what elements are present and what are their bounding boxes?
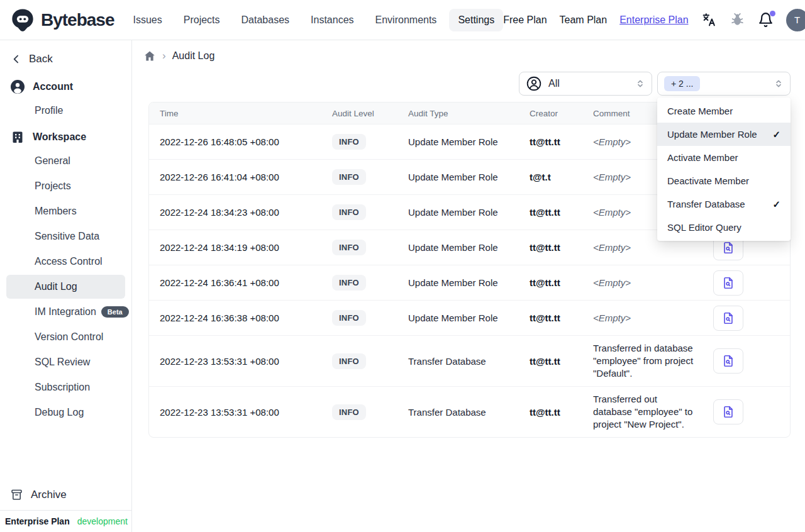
page-title: Audit Log — [172, 50, 215, 62]
user-circle-icon — [526, 75, 542, 92]
column-header-audit-type: Audit Type — [408, 109, 530, 118]
back-button[interactable]: Back — [0, 45, 131, 73]
archive-button[interactable]: Archive — [0, 480, 131, 510]
nav-link-issues[interactable]: Issues — [125, 9, 171, 31]
audit-level-badge: INFO — [332, 169, 366, 185]
audit-type: Update Member Role — [408, 172, 530, 182]
sidebar-item-label: Projects — [35, 180, 71, 192]
chevron-up-down-icon — [635, 79, 645, 89]
menu-item-label: SQL Editor Query — [667, 222, 741, 233]
column-header-audit-level: Audit Level — [332, 109, 408, 118]
menu-item-label: Deactivate Member — [667, 175, 749, 186]
view-detail-button[interactable] — [713, 306, 743, 331]
user-circle-icon — [10, 79, 25, 94]
top-navbar: Bytebase Issues Projects Databases Insta… — [0, 0, 805, 40]
user-avatar[interactable]: T — [786, 9, 805, 31]
table-row: 2022-12-24 16:36:41 +08:00 INFO Update M… — [149, 265, 790, 300]
menu-item-create-member[interactable]: Create Member✓ — [657, 99, 791, 123]
nav-link-databases[interactable]: Databases — [233, 9, 299, 31]
section-account: Account — [0, 73, 131, 98]
menu-item-deactivate-member[interactable]: Deactivate Member✓ — [657, 169, 791, 192]
sidebar-item-label: Version Control — [35, 331, 103, 343]
home-icon[interactable] — [143, 50, 156, 62]
menu-item-label: Activate Member — [667, 152, 738, 163]
nav-link-environments[interactable]: Environments — [367, 9, 446, 31]
sidebar-item-debug-log[interactable]: Debug Log — [6, 401, 125, 424]
sidebar-item-label: Profile — [35, 105, 63, 116]
sidebar-item-version-control[interactable]: Version Control — [6, 325, 125, 349]
current-plan-label: Enterprise Plan — [5, 516, 70, 526]
file-search-icon — [721, 311, 735, 325]
audit-type: Update Member Role — [408, 136, 530, 147]
chevron-left-icon — [10, 53, 23, 65]
file-search-icon — [721, 276, 735, 290]
audit-creator: tt@tt.tt — [530, 277, 593, 288]
navbar-right: Free Plan Team Plan Enterprise Plan — [503, 9, 805, 31]
notifications-bell-icon[interactable] — [758, 12, 774, 28]
menu-item-activate-member[interactable]: Activate Member✓ — [657, 146, 791, 169]
file-search-icon — [721, 354, 735, 368]
menu-item-update-member-role[interactable]: Update Member Role✓ — [657, 123, 791, 146]
sidebar-item-label: Access Control — [35, 256, 103, 267]
nav-link-instances[interactable]: Instances — [302, 9, 362, 31]
view-detail-button[interactable] — [713, 270, 743, 296]
audit-type: Transfer Database — [408, 356, 530, 367]
sidebar-item-access-control[interactable]: Access Control — [6, 250, 125, 274]
table-row: 2022-12-23 13:53:31 +08:00 INFO Transfer… — [149, 335, 790, 386]
menu-item-sql-editor-query[interactable]: SQL Editor Query✓ — [657, 216, 791, 239]
section-workspace: Workspace — [0, 123, 131, 148]
environment-mode-label: development — [77, 516, 128, 526]
view-detail-button[interactable] — [713, 399, 743, 424]
menu-item-label: Create Member — [667, 106, 733, 116]
breadcrumb: › Audit Log — [133, 40, 805, 64]
audit-type-filter-select[interactable]: + 2 ... — [657, 72, 791, 96]
sidebar-item-projects[interactable]: Projects — [6, 174, 125, 198]
menu-item-label: Update Member Role — [667, 129, 757, 140]
sidebar-item-general[interactable]: General — [6, 149, 125, 173]
enterprise-plan-link[interactable]: Enterprise Plan — [619, 14, 688, 26]
bytebase-logo[interactable]: Bytebase — [10, 8, 114, 33]
type-filter-wrap: + 2 ... Create Member✓ Update Member Rol… — [657, 72, 791, 96]
view-detail-button[interactable] — [713, 348, 743, 374]
main-content: › Audit Log All + 2 ... — [133, 40, 805, 532]
check-icon: ✓ — [772, 129, 780, 140]
audit-level-badge: INFO — [332, 240, 366, 255]
plan-footer: Enterprise Plan development — [0, 510, 132, 532]
filter-bar: All + 2 ... Create Member✓ — [148, 72, 791, 96]
sidebar-item-label: Subscription — [35, 382, 90, 393]
sidebar-item-sensitive-data[interactable]: Sensitive Data — [6, 224, 125, 248]
file-search-icon — [721, 405, 735, 419]
creator-filter-select[interactable]: All — [519, 72, 652, 96]
sidebar-item-label: Debug Log — [35, 407, 84, 418]
audit-time: 2022-12-24 16:36:41 +08:00 — [149, 277, 332, 288]
audit-type: Update Member Role — [408, 207, 530, 218]
nav-link-settings[interactable]: Settings — [449, 9, 503, 31]
audit-creator: tt@tt.tt — [530, 356, 593, 367]
audit-type: Update Member Role — [408, 313, 530, 323]
sidebar-item-label: SQL Review — [35, 357, 90, 368]
audit-time: 2022-12-23 13:53:31 +08:00 — [149, 407, 332, 418]
sidebar-item-label: General — [35, 155, 70, 167]
bug-report-icon[interactable] — [730, 12, 745, 28]
sidebar-item-subscription[interactable]: Subscription — [6, 375, 125, 399]
back-label: Back — [29, 53, 53, 65]
free-plan-link[interactable]: Free Plan — [503, 14, 547, 26]
sidebar-item-profile[interactable]: Profile — [6, 99, 125, 123]
sidebar-item-audit-log[interactable]: Audit Log — [6, 275, 125, 299]
sidebar-item-sql-review[interactable]: SQL Review — [6, 350, 125, 374]
archive-label: Archive — [31, 489, 67, 501]
main-nav: Issues Projects Databases Instances Envi… — [125, 9, 504, 31]
audit-type-dropdown-menu: Create Member✓ Update Member Role✓ Activ… — [657, 97, 791, 241]
audit-level-badge: INFO — [332, 275, 366, 291]
menu-item-transfer-database[interactable]: Transfer Database✓ — [657, 192, 791, 216]
audit-time: 2022-12-24 18:34:19 +08:00 — [149, 242, 332, 253]
sidebar-item-im-integration[interactable]: IM Integration Beta — [6, 300, 125, 324]
translate-icon[interactable] — [701, 12, 717, 28]
nav-link-projects[interactable]: Projects — [175, 9, 229, 31]
sidebar-item-members[interactable]: Members — [6, 199, 125, 223]
audit-comment: <Empty> — [593, 306, 707, 331]
type-filter-value: + 2 ... — [664, 76, 700, 91]
sidebar-item-label: IM Integration — [35, 306, 96, 318]
team-plan-link[interactable]: Team Plan — [560, 14, 608, 26]
audit-creator: tt@tt.tt — [530, 407, 593, 418]
